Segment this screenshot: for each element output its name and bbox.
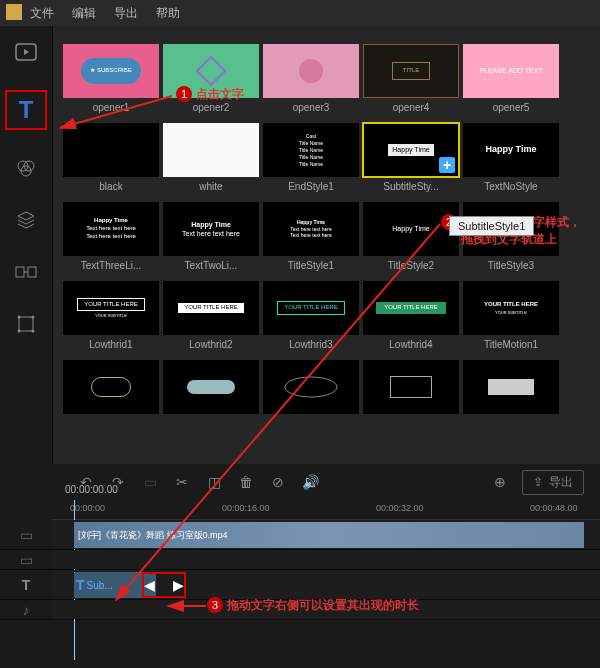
template-opener3[interactable]: opener3 — [263, 44, 359, 113]
menu-file[interactable]: 文件 — [30, 5, 54, 22]
template-white[interactable]: white — [163, 123, 259, 192]
menu-export[interactable]: 导出 — [114, 5, 138, 22]
transition-icon[interactable] — [10, 258, 42, 286]
filter-icon[interactable] — [10, 154, 42, 182]
video-track-icon[interactable]: ▭ — [0, 520, 52, 549]
template-extra2[interactable] — [163, 360, 259, 414]
template-extra1[interactable] — [63, 360, 159, 414]
clip-resize-handle[interactable]: ◀▶ — [142, 572, 186, 598]
text-icon[interactable]: T — [5, 90, 47, 130]
template-extra3[interactable] — [263, 360, 359, 414]
template-black[interactable]: black — [63, 123, 159, 192]
annotation-1: 1点击文字 — [176, 86, 244, 103]
template-texttwoline[interactable]: Happy TimeText here text hereTextTwoLi..… — [163, 202, 259, 271]
add-icon[interactable]: + — [439, 157, 455, 173]
template-lowthird4[interactable]: YOUR TITLE HERELowthrid4 — [363, 281, 459, 350]
template-extra5[interactable] — [463, 360, 559, 414]
volume-icon[interactable]: 🔊 — [300, 474, 320, 490]
template-lowthird3[interactable]: YOUR TITLE HERELowthrid3 — [263, 281, 359, 350]
app-logo — [6, 4, 22, 20]
template-opener4[interactable]: TITLEopener4 — [363, 44, 459, 113]
template-textthreeline[interactable]: Happy TimeText here text hereText here t… — [63, 202, 159, 271]
crop-icon[interactable]: ◫ — [204, 474, 224, 490]
split-icon[interactable]: ✂ — [172, 474, 192, 490]
menu-help[interactable]: 帮助 — [156, 5, 180, 22]
audio-track-icon[interactable]: ♪ — [0, 600, 52, 619]
current-time: 00:00:00.00 — [65, 484, 118, 495]
svg-point-7 — [18, 316, 21, 319]
media-icon[interactable] — [10, 38, 42, 66]
template-titlemotion1[interactable]: YOUR TITLE HEREYOUR SUBTITLETitleMotion1 — [463, 281, 559, 350]
zoom-icon[interactable]: ⊕ — [490, 474, 510, 490]
svg-rect-5 — [28, 267, 36, 277]
video-track: ▭ [刘宇]《青花瓷》舞蹈 练习室版0.mp4 — [0, 520, 600, 550]
time-ruler[interactable]: 00:00:00 00:00:16.00 00:00:32.00 00:00:4… — [52, 500, 600, 520]
text-track: T TSub... ◀▶ — [0, 570, 600, 600]
svg-point-8 — [32, 316, 35, 319]
timeline: 00:00:00.00 00:00:00 00:00:16.00 00:00:3… — [0, 500, 600, 668]
template-opener1[interactable]: ★ SUBSCRIBEopener1 — [63, 44, 159, 113]
svg-rect-6 — [19, 317, 33, 331]
overlay-icon[interactable] — [10, 206, 42, 234]
element-icon[interactable] — [10, 310, 42, 338]
template-endstyle1[interactable]: CastTitle NameTitle NameTitle NameTitle … — [263, 123, 359, 192]
delete-icon[interactable]: 🗑 — [236, 474, 256, 490]
tool-icon: ▭ — [140, 474, 160, 490]
svg-point-10 — [32, 330, 35, 333]
template-textnostyle[interactable]: Happy TimeTextNoStyle — [463, 123, 559, 192]
template-lowthird1[interactable]: YOUR TITLE HEREYOUR SUBTITLELowthrid1 — [63, 281, 159, 350]
export-arrow-icon: ⇪ — [533, 475, 543, 489]
text-track-icon[interactable]: T — [0, 570, 52, 599]
sidebar: T — [0, 26, 52, 464]
template-opener5[interactable]: PLEASE ADD TEXTopener5 — [463, 44, 559, 113]
annotation-3: 3拖动文字右侧可以设置其出现的时长 — [207, 597, 419, 614]
svg-point-9 — [18, 330, 21, 333]
tooltip: SubtitleStyle1 — [449, 216, 534, 236]
video-clip[interactable]: [刘宇]《青花瓷》舞蹈 练习室版0.mp4 — [74, 522, 584, 548]
svg-point-11 — [299, 59, 323, 83]
menubar: 文件 编辑 导出 帮助 — [0, 0, 600, 26]
svg-rect-4 — [16, 267, 24, 277]
template-lowthird2[interactable]: YOUR TITLE HERELowthrid2 — [163, 281, 259, 350]
spacer-track: ▭ — [0, 550, 600, 570]
template-extra4[interactable] — [363, 360, 459, 414]
spacer-track-icon: ▭ — [0, 550, 52, 569]
speed-icon[interactable]: ⊘ — [268, 474, 288, 490]
export-button[interactable]: ⇪导出 — [522, 470, 584, 495]
template-titlestyle1[interactable]: Happy TimeText here text hereText here t… — [263, 202, 359, 271]
menu-edit[interactable]: 编辑 — [72, 5, 96, 22]
svg-point-12 — [285, 377, 337, 397]
template-subtitlestyle1[interactable]: Happy Time+SubtitleSty... — [363, 123, 459, 192]
